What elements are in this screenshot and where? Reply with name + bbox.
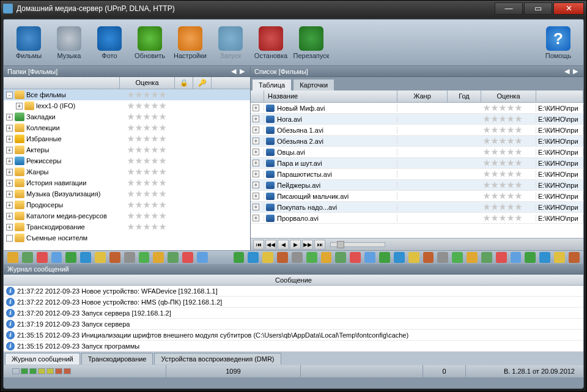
log-list[interactable]: 21:37:22 2012-09-23 Новое устройство: WF… <box>4 286 583 352</box>
rating-stars[interactable] <box>127 201 176 209</box>
expand-button[interactable]: + <box>253 215 259 221</box>
tree-row[interactable]: +Закладки <box>4 111 250 122</box>
tree-row[interactable]: +Музыка (Визуализация) <box>4 188 250 199</box>
action-icon-10[interactable] <box>153 252 164 263</box>
log-row[interactable]: 21:37:20 2012-09-23 Запуск сервера [192.… <box>4 308 583 319</box>
rating-stars[interactable] <box>127 179 176 187</box>
tree-row[interactable]: -Все фильмы <box>4 89 250 100</box>
gcol-year[interactable]: Год <box>448 91 481 102</box>
slider-thumb[interactable] <box>337 241 344 248</box>
tab-0[interactable]: Таблица <box>252 79 292 91</box>
action-icon-15[interactable] <box>248 252 259 263</box>
expand-button[interactable]: + <box>253 116 259 122</box>
rating-stars[interactable] <box>483 204 532 211</box>
rating-stars[interactable] <box>127 146 176 153</box>
tree-row[interactable]: Съемные носителм <box>4 232 250 243</box>
expand-button[interactable]: + <box>6 213 13 220</box>
player-back-button[interactable]: ◀ <box>278 240 289 250</box>
log-row[interactable]: 21:35:15 2012-09-23 Инициализации шрифто… <box>4 330 583 341</box>
action-icon-33[interactable] <box>511 252 522 263</box>
rating-stars[interactable] <box>127 135 176 142</box>
tab-1[interactable]: Карточки <box>293 79 334 91</box>
tool-stop[interactable]: Остановка <box>251 26 291 59</box>
grid-row[interactable]: +Пара и шут.aviE:\КИНО\при <box>251 158 583 169</box>
expand-button[interactable]: + <box>253 138 259 144</box>
action-icon-26[interactable] <box>408 252 419 263</box>
action-icon-36[interactable] <box>554 252 565 263</box>
tree-row[interactable]: +Избранные <box>4 133 250 144</box>
expand-button[interactable]: + <box>6 147 13 153</box>
grid-row[interactable]: +Обезьяна 1.aviE:\КИНО\при <box>251 125 583 136</box>
log-col-header[interactable]: Сообщение <box>4 275 583 286</box>
action-icon-14[interactable] <box>234 252 245 263</box>
rating-stars[interactable] <box>127 113 176 120</box>
action-icon-31[interactable] <box>481 252 492 263</box>
grid-row[interactable]: +Обезьяна 2.aviE:\КИНО\при <box>251 136 583 147</box>
player-slider[interactable] <box>330 242 385 247</box>
action-icon-7[interactable] <box>109 252 120 263</box>
tree-row[interactable]: +lexx1-0 (IFO) <box>4 100 250 111</box>
action-icon-19[interactable] <box>306 252 317 263</box>
expand-button[interactable]: + <box>253 160 259 166</box>
grid-row[interactable]: +Овцы.aviE:\КИНО\при <box>251 147 583 158</box>
gcol-name[interactable]: Название <box>264 91 397 102</box>
action-icon-8[interactable] <box>124 252 135 263</box>
action-icon-23[interactable] <box>364 252 375 263</box>
expand-button[interactable] <box>6 235 13 242</box>
player-prev-button[interactable]: ◀◀ <box>265 240 276 250</box>
tool-films[interactable]: Фильмы <box>9 26 49 59</box>
action-icon-37[interactable] <box>569 252 580 263</box>
rating-stars[interactable] <box>127 168 176 176</box>
grid-row[interactable]: +Писающий мальчик.aviE:\КИНО\при <box>251 191 583 202</box>
grid-row[interactable]: +Пейджеры.aviE:\КИНО\при <box>251 180 583 191</box>
expand-button[interactable]: + <box>253 193 259 199</box>
action-icon-27[interactable] <box>423 252 434 263</box>
nav-right-icon[interactable]: ▶ <box>238 67 246 75</box>
action-icon-1[interactable] <box>22 252 33 263</box>
minimize-button[interactable]: — <box>495 2 523 15</box>
player-first-button[interactable]: ⏮ <box>253 240 264 250</box>
action-icon-5[interactable] <box>80 252 91 263</box>
expand-button[interactable]: + <box>6 125 13 131</box>
action-icon-4[interactable] <box>65 252 76 263</box>
action-icon-0[interactable] <box>7 252 18 263</box>
close-button[interactable]: ✕ <box>553 2 584 15</box>
col-rating[interactable]: Оценка <box>120 77 175 89</box>
log-row[interactable]: 21:37:22 2012-09-23 Новое устройство: WF… <box>4 286 583 297</box>
tree-row[interactable]: +История навигации <box>4 177 250 188</box>
tree-row[interactable]: +Жанры <box>4 166 250 177</box>
rating-stars[interactable] <box>483 105 532 112</box>
tree-row[interactable]: +Каталоги медиа-ресурсов <box>4 210 250 221</box>
tree-row[interactable]: +Режиссеры <box>4 155 250 166</box>
bottom-tab-2[interactable]: Устройства воспроизведения (DMR) <box>154 353 281 364</box>
tool-photo[interactable]: Фото <box>89 26 130 59</box>
expand-button[interactable]: + <box>16 103 23 109</box>
tool-help[interactable]: Помощь <box>538 26 578 59</box>
action-icon-24[interactable] <box>379 252 390 263</box>
action-icon-29[interactable] <box>452 252 463 263</box>
gcol-rating[interactable]: Оценка <box>481 91 536 102</box>
bottom-tab-0[interactable]: Журнал сообщений <box>5 353 80 364</box>
rating-stars[interactable] <box>127 190 176 198</box>
log-row[interactable]: 21:35:15 2012-09-23 Запуск программы <box>4 341 583 352</box>
expand-button[interactable]: + <box>253 149 259 155</box>
tool-settings[interactable]: Настройки <box>170 26 210 59</box>
rating-stars[interactable] <box>127 212 176 220</box>
action-icon-20[interactable] <box>321 252 332 263</box>
action-icon-30[interactable] <box>467 252 478 263</box>
expand-button[interactable]: + <box>6 191 13 198</box>
tool-restart[interactable]: Перезапуск <box>291 26 331 59</box>
expand-button[interactable]: + <box>253 182 259 188</box>
rating-stars[interactable] <box>483 116 532 123</box>
action-icon-16[interactable] <box>262 252 273 263</box>
action-icon-28[interactable] <box>437 252 448 263</box>
action-icon-6[interactable] <box>95 252 106 263</box>
action-icon-2[interactable] <box>37 252 48 263</box>
rating-stars[interactable] <box>483 127 532 134</box>
col-key-icon[interactable]: 🔑 <box>193 77 212 89</box>
files-nav-left-icon[interactable]: ◀ <box>563 67 571 75</box>
rating-stars[interactable] <box>127 223 176 231</box>
tool-refresh[interactable]: Обновить <box>130 26 170 59</box>
gcol-path[interactable] <box>536 91 583 102</box>
expand-button[interactable]: + <box>6 169 13 176</box>
